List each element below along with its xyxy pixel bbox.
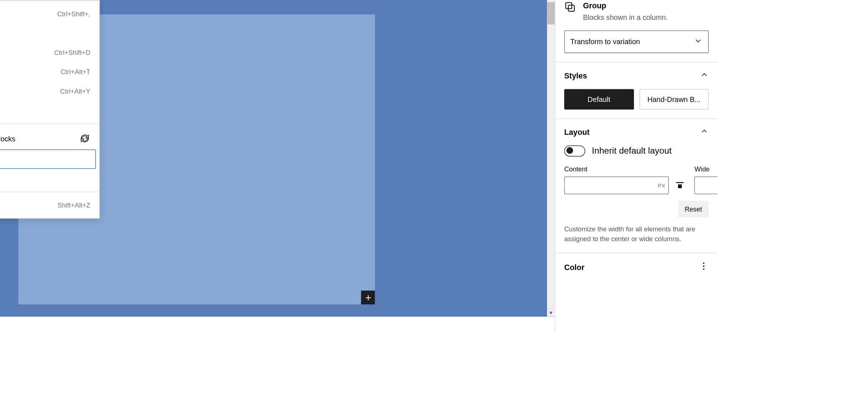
breadcrumb: Page ❯ Group ❯ Group — [0, 317, 555, 332]
menu-insert-after[interactable]: Insert after Ctrl+Alt+Y — [0, 81, 99, 101]
menu-ungroup[interactable]: Ungroup — [0, 169, 99, 188]
chevron-down-icon — [694, 37, 702, 47]
style-hand-drawn[interactable]: Hand-Drawn B... — [639, 89, 709, 110]
scrollbar-thumb[interactable] — [547, 2, 555, 24]
styles-panel-head[interactable]: Styles — [556, 63, 718, 89]
transform-to-variation-select[interactable]: Transform to variation — [564, 30, 709, 53]
block-title: Group — [583, 1, 668, 10]
menu-insert-before[interactable]: Insert before Ctrl+Alt+T — [0, 62, 99, 82]
style-default[interactable]: Default — [564, 89, 634, 110]
content-width-input[interactable] — [565, 181, 655, 189]
block-desc: Blocks shown in a column. — [583, 13, 668, 22]
menu-duplicate[interactable]: Duplicate Ctrl+Shift+D — [0, 43, 99, 62]
svg-rect-15 — [676, 182, 684, 183]
more-icon[interactable] — [699, 261, 709, 274]
group-block-icon — [564, 1, 576, 22]
wide-width-input[interactable] — [695, 181, 718, 189]
reusable-icon — [79, 133, 90, 144]
svg-point-20 — [703, 266, 705, 267]
layout-help-text: Customize the width for all elements tha… — [564, 224, 709, 244]
inherit-layout-toggle[interactable] — [564, 146, 585, 157]
menu-add-reusable[interactable]: Add to Reusable blocks — [0, 127, 99, 149]
block-header: Group Blocks shown in a column. — [556, 0, 718, 30]
chevron-up-icon — [700, 127, 709, 138]
menu-remove-group[interactable]: Remove Group Shift+Alt+Z — [0, 196, 99, 215]
svg-rect-16 — [678, 184, 682, 188]
menu-hide-more-settings[interactable]: Hide more settings Ctrl+Shift+, — [0, 4, 99, 23]
color-panel-head[interactable]: Color — [556, 253, 718, 281]
svg-point-21 — [703, 269, 705, 270]
menu-group[interactable]: Group — [0, 150, 96, 169]
wide-label: Wide — [694, 166, 718, 173]
layout-panel-head[interactable]: Layout — [556, 119, 718, 145]
settings-sidebar: Page Block Group Blocks shown in a colum… — [555, 0, 718, 332]
menu-move-to[interactable]: Move to — [0, 101, 99, 120]
reset-button[interactable]: Reset — [678, 201, 709, 218]
color-title: Color — [564, 263, 584, 271]
inherit-layout-label: Inherit default layout — [592, 146, 672, 156]
layout-title: Layout — [564, 128, 590, 137]
scroll-down-icon[interactable]: ▼ — [547, 309, 555, 316]
unit-label: PX — [655, 183, 669, 189]
inner-add-button[interactable] — [361, 291, 375, 304]
block-options-dropdown: Hide more settings Ctrl+Shift+, Copy Dup… — [0, 0, 100, 219]
menu-copy[interactable]: Copy — [0, 23, 99, 43]
svg-point-19 — [703, 263, 705, 264]
styles-title: Styles — [564, 72, 587, 80]
scrollbar-track[interactable] — [547, 2, 555, 309]
content-label: Content — [564, 166, 688, 173]
content-align-icon[interactable] — [672, 178, 688, 193]
transform-label: Transform to variation — [570, 38, 640, 46]
chevron-up-icon — [700, 70, 709, 82]
